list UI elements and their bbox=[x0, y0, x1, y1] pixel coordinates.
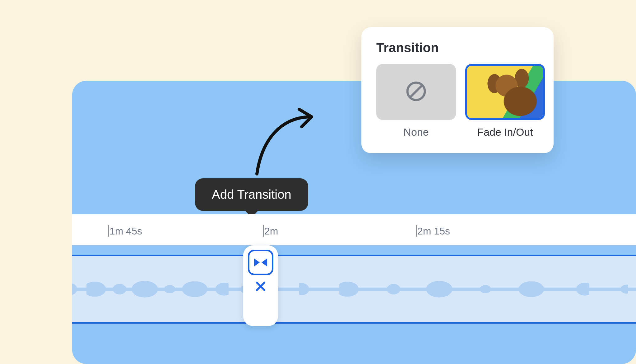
transition-option-none[interactable]: None bbox=[376, 64, 456, 138]
timecode-tick: 2m bbox=[264, 225, 278, 237]
close-icon bbox=[255, 281, 266, 293]
add-transition-button[interactable] bbox=[248, 250, 273, 275]
arrow-icon bbox=[249, 106, 324, 177]
svg-line-3 bbox=[410, 85, 422, 97]
thumb-fade bbox=[465, 64, 545, 120]
transition-panel: Transition None Fade In/Out bbox=[361, 27, 554, 153]
option-label: None bbox=[403, 126, 429, 138]
clip-a[interactable] bbox=[72, 255, 259, 324]
remove-transition-button[interactable] bbox=[253, 280, 268, 294]
clip-lane bbox=[72, 255, 636, 335]
transition-handle bbox=[243, 245, 278, 326]
clip-b[interactable] bbox=[262, 255, 636, 324]
thumb-none bbox=[376, 64, 456, 120]
transition-options: None Fade In/Out bbox=[376, 64, 539, 138]
panel-title: Transition bbox=[376, 40, 539, 55]
add-transition-tooltip: Add Transition bbox=[195, 178, 308, 211]
transition-option-fade[interactable]: Fade In/Out bbox=[465, 64, 545, 138]
none-icon bbox=[405, 80, 427, 103]
transition-icon bbox=[253, 258, 268, 267]
timecode-tick: 2m 15s bbox=[417, 225, 450, 237]
timecode-ruler[interactable]: 1m 45s 2m 2m 15s bbox=[72, 214, 636, 245]
preview-image bbox=[467, 66, 543, 118]
option-label: Fade In/Out bbox=[477, 126, 533, 138]
tooltip-label: Add Transition bbox=[212, 188, 291, 201]
timecode-tick: 1m 45s bbox=[109, 225, 142, 237]
